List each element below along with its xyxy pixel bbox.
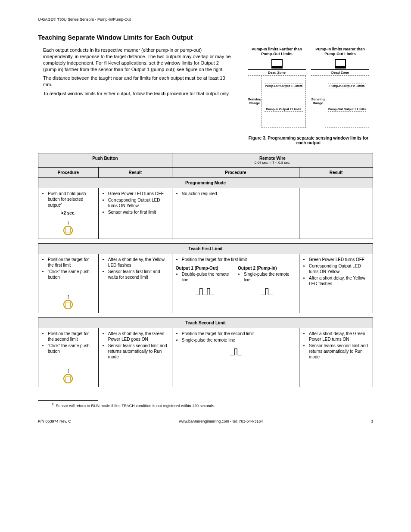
output2-header: Output 2 (Pump-In): [238, 266, 296, 271]
r2c1a: Position the target for the first limit: [48, 257, 95, 268]
teach-second-table: Teach Second Limit Position the target f…: [38, 317, 373, 387]
limit-pump-in: Pump-In Output 2 Limits: [328, 84, 366, 88]
col-procedure: Procedure: [38, 167, 99, 177]
cell-r1-c1: Push and hold push button for selected o…: [38, 188, 99, 239]
double-arrow-icon: [42, 293, 95, 300]
double-pulse-icon: _∏_∏_: [176, 287, 234, 295]
remote-wire-label: Remote Wire: [259, 156, 286, 161]
r3c2b: Sensor learns second limit and returns a…: [108, 343, 168, 360]
r1c2b: Corresponding Output LED turns ON Yellow: [108, 197, 168, 208]
r2c4a: Green Power LED turns OFF: [309, 257, 369, 262]
r2c2b: Sensor learns first limit and waits for …: [108, 269, 168, 280]
limit-pump-in: Pump-In Output 2 Limits: [265, 107, 303, 112]
section-title: Teaching Separate Window Limits for Each…: [38, 34, 373, 41]
figure-caption: Figure 3. Programming separate sensing w…: [244, 136, 373, 145]
sensing-range-label: Sensing Range: [248, 98, 262, 106]
r1c2c: Sensor waits for first limit: [108, 209, 168, 215]
cell-r2-c1: Position the target for the first limit …: [38, 254, 99, 313]
footer-center: www.bannerengineering.com - tel: 763-544…: [179, 419, 263, 423]
intro-text: Each output conducts in its respective m…: [38, 47, 233, 145]
diagram-left-title: Pump-In limits Farther than Pump-Out Lim…: [248, 47, 306, 56]
col-push-button: Push Button: [38, 153, 172, 167]
r2c2a: After a short delay, the Yellow LED flas…: [108, 257, 168, 268]
cell-r2-c4: Green Power LED turns OFF Corresponding …: [299, 254, 373, 313]
intro-p3: To readjust window limits for either out…: [43, 90, 233, 97]
cell-r3-c3: Position the target for the second limit…: [172, 328, 299, 387]
r2c4b: Corresponding Output LED turns ON Yellow: [309, 263, 369, 274]
programming-mode-header: Programming Mode: [38, 177, 373, 188]
r3c1b: “Click” the same push button: [48, 343, 95, 354]
cell-r1-c3: No action required: [172, 188, 299, 239]
footnote-ref: 2: [60, 202, 62, 206]
output1-body: Double-pulse the remote line: [182, 271, 234, 283]
single-pulse-icon: _∏_: [238, 287, 296, 295]
cell-r1-c4: [299, 188, 373, 239]
output1-header: Output 1 (Pump-Out): [176, 266, 234, 271]
cell-r2-c2: After a short delay, the Yellow LED flas…: [98, 254, 172, 313]
single-pulse-icon: _∏_: [176, 347, 296, 355]
push-button-icon: [63, 226, 73, 235]
cell-r3-c1: Position the target for the second limit…: [38, 328, 99, 387]
remote-wire-sub: 0.04 sec. < T < 0.8 sec.: [176, 161, 369, 165]
r1c1-time: >2 sec.: [42, 211, 95, 215]
footnote-text: Sensor will return to RUN mode if first …: [56, 404, 215, 408]
diagram-left: Pump-In limits Farther than Pump-Out Lim…: [248, 47, 306, 128]
col-result: Result: [299, 167, 373, 177]
r3c1a: Position the target for the second limit: [48, 331, 95, 342]
limit-pump-out: Pump-Out Output 1 Limits: [328, 107, 366, 112]
cell-r3-c2: After a short delay, the Green Power LED…: [98, 328, 172, 387]
r3c2a: After a short delay, the Green Power LED…: [108, 331, 168, 342]
teach-first-header: Teach First Limit: [38, 243, 373, 254]
r3c4b: Sensor learns second limit and returns a…: [309, 343, 369, 360]
r1c2a: Green Power LED turns OFF: [108, 191, 168, 196]
diagram-right: Pump-In limits Nearer than Pump-Out Limi…: [311, 47, 369, 128]
teach-second-header: Teach Second Limit: [38, 317, 373, 328]
r1c1-text: Push and hold push button for selected o…: [48, 191, 86, 208]
figure-block: Pump-In limits Farther than Pump-Out Lim…: [244, 47, 373, 145]
diagram-right-title: Pump-In limits Nearer than Pump-Out Limi…: [311, 47, 369, 56]
cell-r1-c2: Green Power LED turns OFF Corresponding …: [98, 188, 172, 239]
r3c3b: Single-pulse the remote line: [182, 337, 296, 343]
limit-pump-out: Pump-Out Output 1 Limits: [265, 84, 303, 88]
r2c3-top: Position the target for the first limit: [182, 257, 296, 262]
arrow-down-icon: [42, 219, 95, 226]
teach-first-table: Teach First Limit Position the target fo…: [38, 243, 373, 313]
procedure-table: Push Button Remote Wire 0.04 sec. < T < …: [38, 153, 373, 239]
footer-right: 3: [371, 419, 373, 423]
footnote: 2 Sensor will return to RUN mode if firs…: [38, 402, 373, 408]
deadzone-label: Dead Zone: [248, 69, 306, 76]
output2-body: Single-pulse the remote line: [244, 271, 296, 283]
intro-figure-row: Each output conducts in its respective m…: [38, 47, 373, 145]
page-footer: P/N 063974 Rev. C www.bannerengineering.…: [38, 419, 373, 423]
col-result: Result: [98, 167, 172, 177]
push-button-icon: [63, 374, 73, 383]
r3c4a: After a short delay, the Green Power LED…: [309, 331, 369, 342]
deadzone-label: Dead Zone: [311, 69, 369, 76]
footnote-rule: [38, 400, 98, 401]
double-arrow-icon: [42, 367, 95, 374]
footnote-num: 2: [52, 402, 53, 406]
r2c4c: After a short delay, the Yellow LED flas…: [309, 275, 369, 286]
sensing-range-label: Sensing Range: [311, 98, 325, 106]
r3c3a: Position the target for the second limit: [182, 331, 296, 336]
col-procedure: Procedure: [172, 167, 299, 177]
col-remote-wire: Remote Wire 0.04 sec. < T < 0.8 sec.: [172, 153, 373, 167]
sensor-icon: [335, 59, 346, 68]
intro-p1: Each output conducts in its respective m…: [43, 47, 233, 72]
footer-left: P/N 063974 Rev. C: [38, 419, 71, 423]
sensor-icon: [271, 59, 283, 68]
r2c1b: “Click” the same push button: [48, 269, 95, 280]
cell-r2-c3: Position the target for the first limit …: [172, 254, 299, 313]
intro-p2: The distance between the taught near and…: [43, 75, 233, 88]
r1c3a: No action required: [182, 191, 296, 196]
cell-r3-c4: After a short delay, the Green Power LED…: [299, 328, 373, 387]
push-button-icon: [63, 300, 73, 309]
page-header: U-GAGE® T30U Series Sensors - Pump-In/Pu…: [38, 17, 373, 22]
